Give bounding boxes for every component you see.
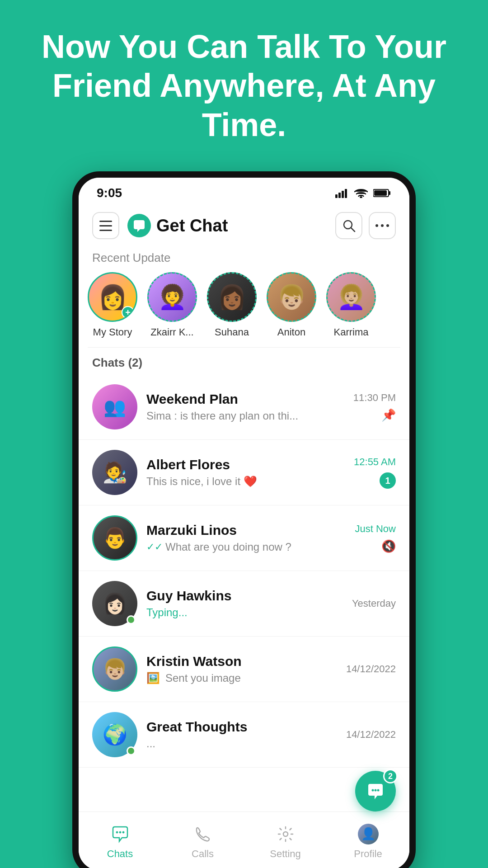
double-check-icon: ✓✓: [146, 541, 163, 553]
nav-item-profile[interactable]: 👤 Profile: [341, 823, 395, 860]
bottom-nav: Chats Calls Setting: [79, 811, 409, 868]
svg-point-13: [375, 224, 378, 227]
albert-avatar: 🧑‍🎨: [92, 450, 137, 495]
search-icon: [342, 219, 356, 232]
great-thoughts-preview-text: ...: [146, 737, 155, 750]
nav-item-calls[interactable]: Calls: [176, 823, 230, 860]
marzuki-avatar: 👨: [92, 515, 137, 561]
hero-tagline: Now You Can Talk To Your Friend Anywhere…: [36, 27, 452, 144]
svg-point-9: [138, 224, 141, 226]
weekend-plan-preview-text: Sima : is there any plan on thi...: [146, 410, 298, 422]
marzuki-face: 👨: [94, 517, 136, 559]
marzuki-time: Just Now: [355, 523, 396, 535]
great-thoughts-info: Great Thoughts ...: [146, 719, 337, 750]
svg-point-16: [372, 789, 374, 792]
fab-button[interactable]: 2: [355, 771, 396, 811]
svg-rect-0: [335, 194, 338, 198]
chat-item-albert[interactable]: 🧑‍🎨 Albert Flores This is nice, i love i…: [79, 440, 409, 505]
search-button[interactable]: [335, 212, 362, 239]
svg-point-4: [361, 197, 362, 198]
zkairr-avatar: 👩‍🦱: [147, 272, 197, 322]
kristin-preview-text: Sent you image: [165, 672, 241, 684]
kristin-time: 14/12/2022: [346, 663, 396, 675]
albert-time: 12:55 AM: [354, 456, 396, 468]
chats-section-label: Chats (2): [79, 348, 409, 374]
svg-point-20: [119, 831, 121, 833]
nav-calls-label: Calls: [192, 848, 214, 860]
svg-point-22: [283, 832, 288, 836]
phone-frame: 9:05: [72, 171, 416, 868]
nav-profile-icon: 👤: [357, 823, 380, 845]
suhana-face: 👩🏾: [208, 274, 255, 321]
svg-rect-6: [389, 191, 390, 195]
great-thoughts-name: Great Thoughts: [146, 719, 337, 735]
svg-point-10: [141, 224, 143, 226]
nav-item-chats[interactable]: Chats: [93, 823, 147, 860]
svg-point-21: [122, 831, 124, 833]
svg-line-12: [351, 228, 355, 231]
svg-rect-7: [374, 190, 387, 196]
calls-nav-icon: [194, 825, 212, 843]
guy-meta: Yesterday: [352, 598, 396, 609]
weekend-plan-name: Weekend Plan: [146, 392, 344, 407]
karrima-avatar: 👩🏼‍🦱: [326, 272, 376, 322]
nav-chats-icon: [109, 823, 131, 845]
aniton-face: 👦🏼: [268, 274, 315, 321]
chat-list: 👥 Weekend Plan Sima : is there any plan …: [79, 374, 409, 768]
guy-name: Guy Hawkins: [146, 588, 343, 604]
story-item-zkairr[interactable]: 👩‍🦱 Zkairr K...: [147, 272, 197, 338]
header-right: [335, 212, 396, 239]
story-item-aniton[interactable]: 👦🏼 Aniton: [267, 272, 316, 338]
karrima-face: 👩🏼‍🦱: [328, 274, 375, 321]
aniton-avatar: 👦🏼: [267, 272, 316, 322]
story-add-badge: +: [122, 306, 134, 319]
story-item-karrima[interactable]: 👩🏼‍🦱 Karrima: [326, 272, 376, 338]
marzuki-meta: Just Now 🔇: [355, 523, 396, 553]
online-dot-great: [127, 746, 136, 755]
albert-meta: 12:55 AM 1: [354, 456, 396, 489]
menu-button[interactable]: [92, 212, 119, 239]
status-icons: [335, 188, 391, 198]
wifi-icon: [354, 188, 368, 198]
guy-preview-text: Typing...: [146, 606, 188, 619]
more-options-button[interactable]: [369, 212, 396, 239]
chats-nav-icon: [111, 825, 129, 843]
battery-icon: [373, 188, 391, 198]
header-left: Get Chat: [92, 212, 228, 239]
chat-item-guy[interactable]: 👩🏻 Guy Hawkins Typing... Yesterday: [79, 571, 409, 637]
chat-item-weekend-plan[interactable]: 👥 Weekend Plan Sima : is there any plan …: [79, 374, 409, 440]
signal-icon: [335, 188, 349, 198]
status-time: 9:05: [97, 186, 122, 200]
status-bar: 9:05: [79, 178, 409, 205]
albert-face: 🧑‍🎨: [92, 450, 137, 495]
albert-preview: This is nice, i love it ❤️: [146, 475, 345, 488]
more-icon: [375, 224, 389, 227]
nav-item-setting[interactable]: Setting: [258, 823, 313, 860]
kristin-avatar: 👦🏼: [92, 646, 137, 692]
svg-point-18: [377, 789, 380, 792]
online-dot-guy: [127, 615, 136, 624]
chat-item-marzuki[interactable]: 👨 Marzuki Linos ✓✓ What are you doing no…: [79, 505, 409, 571]
story-item-my-story[interactable]: 👩 + My Story: [88, 272, 137, 338]
aniton-name: Aniton: [277, 326, 305, 338]
chat-item-kristin[interactable]: 👦🏼 Kristin Watson 🖼️ Sent you image 14/1…: [79, 637, 409, 702]
chat-item-great-thoughts[interactable]: 🌍 Great Thoughts ... 14/12/2022: [79, 702, 409, 768]
guy-time: Yesterday: [352, 598, 396, 609]
story-item-suhana[interactable]: 👩🏾 Suhana: [207, 272, 257, 338]
zkairr-name: Zkairr K...: [150, 326, 193, 338]
kristin-face: 👦🏼: [94, 648, 136, 690]
weekend-plan-avatar: 👥: [92, 384, 137, 429]
guy-preview: Typing...: [146, 606, 343, 619]
logo-chat-icon: [132, 218, 146, 233]
fab-badge: 2: [383, 769, 398, 783]
marzuki-info: Marzuki Linos ✓✓ What are you doing now …: [146, 523, 346, 553]
kristin-name: Kristin Watson: [146, 654, 337, 669]
suhana-name: Suhana: [215, 326, 249, 338]
weekend-plan-face: 👥: [92, 384, 137, 429]
stories-row: 👩 + My Story 👩‍🦱 Zkairr K... 👩🏾 Suhana: [79, 272, 409, 347]
svg-point-17: [375, 789, 377, 792]
pin-icon: 📌: [381, 408, 396, 422]
great-thoughts-preview: ...: [146, 737, 337, 750]
guy-avatar: 👩🏻: [92, 581, 137, 626]
my-story-avatar: 👩 +: [88, 272, 137, 322]
